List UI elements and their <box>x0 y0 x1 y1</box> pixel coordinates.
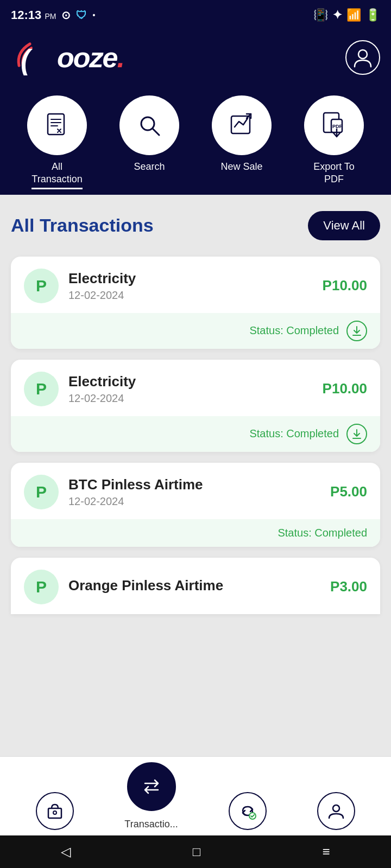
card-name: BTC Pinless Airtime <box>68 476 330 493</box>
back-button[interactable]: ◁ <box>61 844 71 859</box>
shop-icon <box>46 802 64 820</box>
profile-icon-circle <box>317 792 355 830</box>
quick-actions: All Transaction Search New <box>11 90 380 195</box>
transactions-icon <box>140 775 163 799</box>
export-pdf-circle: PDF <box>304 95 364 155</box>
profile-avatar[interactable] <box>345 40 380 75</box>
svg-rect-2 <box>48 114 64 135</box>
card-icon: P <box>24 570 59 604</box>
transaction-card: P Electricity 12-02-2024 P10.00 Status: … <box>11 257 380 349</box>
search-circle <box>119 95 179 155</box>
nav-transactions[interactable]: Transactio... <box>124 762 178 830</box>
card-name: Electricity <box>68 373 323 390</box>
profile-nav-icon <box>327 802 345 820</box>
card-date: 12-02-2024 <box>68 392 323 405</box>
card-amount: P10.00 <box>323 380 367 397</box>
card-amount: P5.00 <box>330 483 367 500</box>
svg-rect-18 <box>48 808 61 818</box>
action-all-transaction[interactable]: All Transaction <box>27 95 87 195</box>
svg-point-1 <box>358 50 367 59</box>
nav-transactions-label: Transactio... <box>124 819 178 830</box>
view-all-button[interactable]: View All <box>308 211 380 240</box>
status-bar: 12:13 PM ⊙ 🛡 • 📳 ✦ 📶 🔋 <box>0 0 391 30</box>
shop-icon-circle <box>36 792 74 830</box>
signal-icon: ✦ <box>332 8 342 22</box>
battery-icon: 🔋 <box>365 8 380 22</box>
card-top: P Orange Pinless Airtime P3.00 <box>11 558 380 614</box>
transaction-card: P BTC Pinless Airtime 12-02-2024 P5.00 S… <box>11 463 380 547</box>
wifi-icon: 📶 <box>346 8 361 22</box>
card-amount: P3.00 <box>330 578 367 595</box>
action-search[interactable]: Search <box>119 95 179 195</box>
section-title: All Transactions <box>11 215 154 236</box>
new-sale-label: New Sale <box>220 161 262 173</box>
home-button[interactable]: □ <box>193 844 201 859</box>
bottom-nav: Transactio... <box>0 756 391 835</box>
svg-line-7 <box>153 129 159 135</box>
status-time: 12:13 PM <box>11 8 56 22</box>
card-date: 12-02-2024 <box>68 495 330 508</box>
card-bottom: Status: Completed <box>11 416 380 452</box>
card-status: Status: Completed <box>278 527 367 539</box>
nav-items: Transactio... <box>0 762 391 835</box>
nav-sync[interactable] <box>229 792 267 830</box>
card-top: P BTC Pinless Airtime 12-02-2024 P5.00 <box>11 463 380 519</box>
status-left: 12:13 PM ⊙ 🛡 • <box>11 8 95 22</box>
all-transaction-icon <box>42 111 72 141</box>
download-icon <box>351 325 363 337</box>
sync-icon-circle <box>229 792 267 830</box>
transaction-card: P Electricity 12-02-2024 P10.00 Status: … <box>11 360 380 452</box>
logo-text: ooze. <box>57 41 124 74</box>
header-top: ( ooze. <box>11 36 380 79</box>
card-top: P Electricity 12-02-2024 P10.00 <box>11 360 380 416</box>
all-transaction-label: All Transaction <box>31 161 82 189</box>
new-sale-icon <box>227 111 257 141</box>
download-icon <box>351 428 363 440</box>
card-date: 12-02-2024 <box>68 289 323 302</box>
svg-point-19 <box>53 811 56 814</box>
download-button[interactable] <box>346 424 367 444</box>
logo: ( ooze. <box>11 36 124 79</box>
new-sale-circle <box>212 95 272 155</box>
transaction-card-partial: P Orange Pinless Airtime P3.00 <box>11 558 380 614</box>
status-right: 📳 ✦ 📶 🔋 <box>313 8 380 22</box>
card-top: P Electricity 12-02-2024 P10.00 <box>11 257 380 313</box>
card-icon: P <box>24 372 59 406</box>
profile-icon <box>352 47 373 68</box>
section-header: All Transactions View All <box>11 211 380 240</box>
card-amount: P10.00 <box>323 277 367 294</box>
dot-icon: • <box>92 11 95 20</box>
nav-shop[interactable] <box>36 792 74 830</box>
export-pdf-label: Export To PDF <box>313 161 355 186</box>
card-info: Electricity 12-02-2024 <box>68 270 323 302</box>
vibrate-icon: 📳 <box>313 8 328 22</box>
main-content: All Transactions View All P Electricity … <box>0 195 391 723</box>
download-button[interactable] <box>346 321 367 341</box>
android-nav: ◁ □ ≡ <box>0 835 391 868</box>
search-icon <box>135 111 165 141</box>
card-bottom: Status: Completed <box>11 519 380 547</box>
svg-text:PDF: PDF <box>332 124 343 129</box>
action-new-sale[interactable]: New Sale <box>212 95 272 195</box>
card-status: Status: Completed <box>249 324 339 337</box>
nav-profile[interactable] <box>317 792 355 830</box>
logo-icon: ( <box>11 36 54 79</box>
card-icon: P <box>24 475 59 509</box>
export-pdf-icon: PDF <box>319 111 349 141</box>
card-name: Electricity <box>68 270 323 287</box>
notification-icon-1: ⊙ <box>61 9 71 22</box>
transactions-icon-circle <box>127 762 176 811</box>
card-bottom: Status: Completed <box>11 313 380 349</box>
sync-icon <box>238 802 257 820</box>
search-label: Search <box>134 161 165 173</box>
svg-point-21 <box>333 805 339 812</box>
card-name: Orange Pinless Airtime <box>68 577 330 594</box>
all-transaction-circle <box>27 95 87 155</box>
action-export-pdf[interactable]: PDF Export To PDF <box>304 95 364 195</box>
card-info: Orange Pinless Airtime <box>68 577 330 596</box>
shield-icon: 🛡 <box>76 9 87 22</box>
card-info: Electricity 12-02-2024 <box>68 373 323 405</box>
menu-button[interactable]: ≡ <box>323 844 330 859</box>
card-info: BTC Pinless Airtime 12-02-2024 <box>68 476 330 508</box>
card-status: Status: Completed <box>249 427 339 440</box>
